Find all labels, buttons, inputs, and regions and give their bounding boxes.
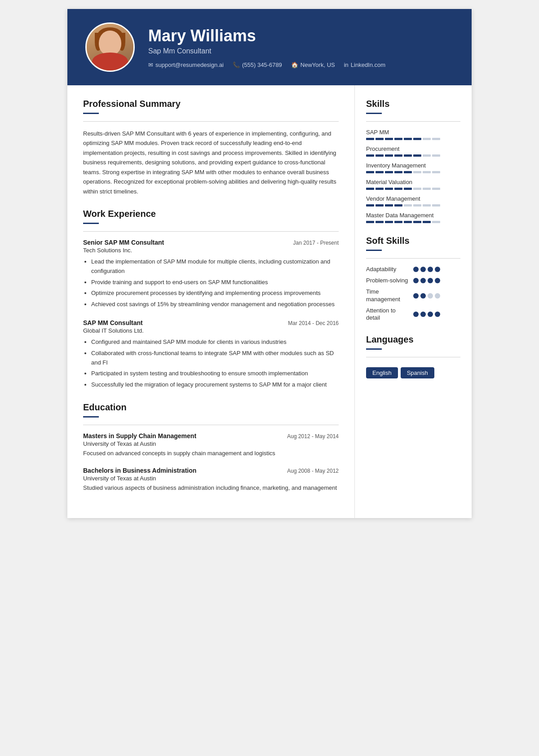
location-contact: 🏠 NewYork, US [291,62,335,68]
soft-skills-section: Soft Skills Adaptability Problem-solving… [366,236,460,322]
skill-segment [385,138,393,140]
job-header: SAP MM Consultant Mar 2014 - Dec 2016 [83,319,339,326]
skill-segment [404,188,412,190]
skill-segment [385,221,393,223]
soft-skill-entry: Adaptability [366,266,460,273]
skill-segment [376,154,384,157]
job-title: Senior SAP MM Consultant [83,239,164,246]
soft-skill-dot [413,293,419,299]
soft-skill-dot [435,267,440,272]
job-bullet: Provide training and support to end-user… [91,278,339,287]
skill-segment [394,221,402,223]
skill-entry: Vendor Management [366,195,460,207]
soft-skill-name: Problem-solving [366,277,409,285]
skill-segment [404,221,412,223]
job-bullet: Optimize procurement processes by identi… [91,289,339,298]
education-list: Masters in Supply Chain Management Aug 2… [83,432,339,492]
soft-skill-dot [435,293,440,299]
edu-dates: Aug 2008 - May 2012 [287,468,339,474]
job-bullets: Lead the implementation of SAP MM module… [83,257,339,309]
soft-skills-hr [366,258,460,259]
jobs-list: Senior SAP MM Consultant Jan 2017 - Pres… [83,239,339,390]
edu-desc: Focused on advanced concepts in supply c… [83,449,339,458]
edu-desc: Studied various aspects of business admi… [83,483,339,492]
skill-segment [432,204,440,207]
skill-segment [423,171,431,173]
soft-skill-dot [420,293,426,299]
skill-name: SAP MM [366,129,460,136]
location-icon: 🏠 [291,62,298,68]
skill-segment [404,204,412,207]
phone-value: (555) 345-6789 [242,62,282,68]
skill-segment [394,154,402,157]
header-section: Mary Williams Sap Mm Consultant ✉ suppor… [67,9,472,85]
soft-skill-dot [413,267,419,272]
header-info: Mary Williams Sap Mm Consultant ✉ suppor… [148,26,454,68]
skill-segment [423,188,431,190]
job-bullet: Participated in system testing and troub… [91,369,339,378]
avatar-body [92,53,128,70]
skill-segment [413,221,421,223]
linkedin-value: LinkedIn.com [351,62,385,68]
skill-segment [423,154,431,157]
job-bullet: Collaborated with cross-functional teams… [91,349,339,368]
skill-segment [413,188,421,190]
skill-segment [423,204,431,207]
skill-segment [394,188,402,190]
skill-segment [413,204,421,207]
job-company: Tech Solutions Inc. [83,247,339,254]
skill-name: Inventory Management [366,162,460,169]
skill-segment [432,188,440,190]
work-experience-section: Work Experience Senior SAP MM Consultant… [83,209,339,390]
job-header: Senior SAP MM Consultant Jan 2017 - Pres… [83,239,339,246]
job-bullet: Achieved cost savings of 15% by streamli… [91,300,339,309]
summary-text: Results-driven SAP MM Consultant with 6 … [83,129,339,196]
job-bullet: Successfully led the migration of legacy… [91,380,339,390]
education-hr [83,425,339,425]
edu-header: Bachelors in Business Administration Aug… [83,467,339,474]
skill-name: Master Data Management [366,212,460,219]
skill-segment [413,171,421,173]
skill-segment [394,171,402,173]
skill-segment [404,138,412,140]
skill-segment [432,221,440,223]
soft-skill-dot [420,312,426,317]
soft-skill-name: Attention to detail [366,307,409,322]
skill-bar [366,204,460,207]
soft-skill-entry: Time management [366,288,460,303]
work-experience-title: Work Experience [83,209,339,219]
candidate-title: Sap Mm Consultant [148,47,454,55]
soft-skill-dot [435,278,440,283]
left-column: Professional Summary Results-driven SAP … [67,85,355,518]
education-divider [83,416,99,418]
job-bullet: Configured and maintained SAP MM module … [91,338,339,347]
education-entry: Masters in Supply Chain Management Aug 2… [83,432,339,458]
soft-skill-dots [413,293,440,299]
skill-name: Vendor Management [366,195,460,202]
soft-skill-dot [428,278,433,283]
skill-bar [366,221,460,223]
job-bullets: Configured and maintained SAP MM module … [83,338,339,390]
skill-segment [432,138,440,140]
skill-entry: Master Data Management [366,212,460,223]
skill-segment [404,154,412,157]
edu-school: University of Texas at Austin [83,475,339,482]
languages-list: EnglishSpanish [366,365,460,378]
right-column: Skills SAP MM Procurement Inventory Mana… [355,85,472,518]
email-value: support@resumedesign.ai [155,62,224,68]
soft-skill-dot [428,312,433,317]
summary-divider [83,113,99,114]
summary-hr [83,121,339,122]
skill-segment [376,138,384,140]
skill-segment [376,221,384,223]
skills-section: Skills SAP MM Procurement Inventory Mana… [366,99,460,223]
edu-dates: Aug 2012 - May 2014 [287,433,339,440]
skill-segment [432,154,440,157]
skill-segment [423,221,431,223]
education-section: Education Masters in Supply Chain Manage… [83,402,339,492]
skill-segment [432,171,440,173]
soft-skill-dot [413,278,419,283]
candidate-name: Mary Williams [148,26,454,45]
skills-list: SAP MM Procurement Inventory Management … [366,129,460,223]
skill-segment [376,204,384,207]
